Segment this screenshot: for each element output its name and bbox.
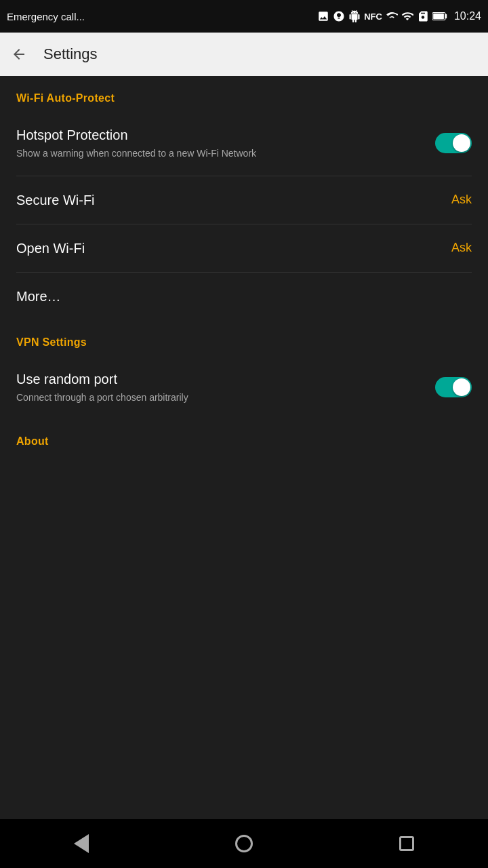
open-wifi-title: Open Wi-Fi bbox=[16, 239, 441, 257]
wifi-icon bbox=[401, 10, 413, 22]
photo-icon bbox=[317, 10, 329, 22]
android-icon bbox=[348, 10, 361, 22]
random-port-toggle[interactable] bbox=[435, 377, 472, 397]
status-bar: Emergency call... NFC bbox=[0, 0, 488, 33]
secure-wifi-text: Secure Wi-Fi bbox=[16, 191, 451, 209]
nav-recents-button[interactable] bbox=[390, 827, 424, 861]
open-wifi-item[interactable]: Open Wi-Fi Ask bbox=[0, 224, 488, 272]
settings-content: Wi-Fi Auto-Protect Hotspot Protection Sh… bbox=[0, 76, 488, 819]
about-header: About bbox=[0, 419, 488, 454]
hotspot-protection-subtitle: Show a warning when connected to a new W… bbox=[16, 147, 424, 161]
vpn-settings-header: VPN Settings bbox=[0, 320, 488, 355]
random-port-toggle-thumb bbox=[453, 378, 470, 396]
svg-rect-1 bbox=[445, 14, 447, 18]
more-item[interactable]: More… bbox=[0, 273, 488, 320]
hotspot-protection-title: Hotspot Protection bbox=[16, 126, 424, 144]
open-wifi-ask: Ask bbox=[451, 241, 472, 255]
battery-icon bbox=[432, 10, 447, 22]
nav-bar bbox=[0, 819, 488, 868]
back-triangle-icon bbox=[74, 834, 89, 853]
page-title: Settings bbox=[43, 45, 98, 63]
more-text: More… bbox=[16, 288, 472, 305]
random-port-item[interactable]: Use random port Connect through a port c… bbox=[0, 355, 488, 420]
hotspot-protection-toggle[interactable] bbox=[435, 133, 472, 153]
random-port-title: Use random port bbox=[16, 370, 424, 388]
nfc-icon: NFC bbox=[364, 12, 382, 22]
hotspot-protection-item[interactable]: Hotspot Protection Show a warning when c… bbox=[0, 111, 488, 176]
open-wifi-text: Open Wi-Fi bbox=[16, 239, 451, 257]
back-button[interactable] bbox=[11, 46, 27, 62]
random-port-subtitle: Connect through a port chosen arbitraril… bbox=[16, 391, 424, 405]
nav-back-button[interactable] bbox=[64, 827, 98, 861]
emergency-call-text: Emergency call... bbox=[7, 11, 85, 22]
sim-icon bbox=[417, 10, 429, 22]
time-display: 10:24 bbox=[454, 10, 481, 22]
secure-wifi-item[interactable]: Secure Wi-Fi Ask bbox=[0, 176, 488, 224]
system-icons: NFC bbox=[317, 10, 447, 22]
svg-rect-2 bbox=[433, 14, 444, 20]
secure-wifi-ask: Ask bbox=[451, 193, 472, 207]
signal-icon bbox=[386, 10, 398, 22]
bottom-spacer bbox=[0, 454, 488, 481]
secure-wifi-title: Secure Wi-Fi bbox=[16, 191, 441, 209]
smiley-icon bbox=[333, 10, 345, 22]
hotspot-protection-text: Hotspot Protection Show a warning when c… bbox=[16, 126, 435, 161]
toolbar: Settings bbox=[0, 33, 488, 76]
wifi-auto-protect-header: Wi-Fi Auto-Protect bbox=[0, 76, 488, 111]
nav-home-button[interactable] bbox=[227, 827, 261, 861]
recents-square-icon bbox=[399, 836, 414, 851]
random-port-text: Use random port Connect through a port c… bbox=[16, 370, 435, 405]
hotspot-protection-toggle-thumb bbox=[453, 134, 470, 152]
status-right-icons: NFC 10:24 bbox=[317, 10, 481, 22]
home-circle-icon bbox=[235, 835, 253, 852]
more-title: More… bbox=[16, 288, 461, 305]
